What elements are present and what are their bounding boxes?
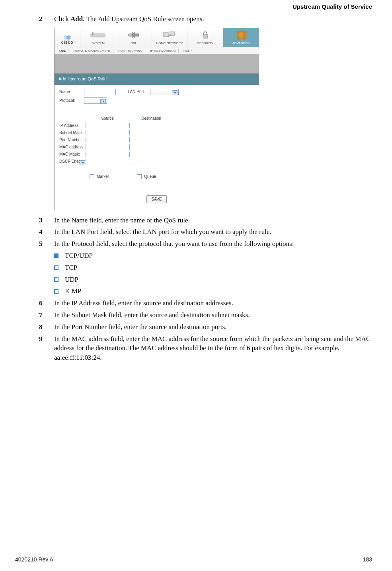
macmask-dest-input[interactable] — [129, 152, 130, 157]
cisco-bars-icon: ı|ıı|ıı — [56, 35, 78, 40]
step-text: In the Subnet Mask field, enter the sour… — [54, 310, 372, 320]
lock-icon — [188, 30, 222, 40]
row-protocol: Protocol: — [59, 97, 254, 104]
subnav-ip[interactable]: IP NETWORKING — [148, 49, 179, 53]
checkbox-row: Marker Queue — [59, 174, 254, 179]
step-text: In the Name field, enter the name of the… — [54, 216, 372, 225]
sub-nav: QoS REMOTE MANAGEMENT PORT MAPPING IP NE… — [55, 47, 259, 55]
row-dscp: DSCP Check : — [59, 159, 254, 164]
save-button-wrap: SAVE — [59, 195, 254, 203]
svg-rect-4 — [164, 33, 168, 37]
nav-advanced-label: ADVANCED — [232, 41, 250, 45]
dscp-select[interactable] — [86, 159, 86, 164]
subnav-qos[interactable]: QoS — [57, 49, 68, 53]
step-2-bold: Add — [70, 15, 83, 23]
nav-home-label: HOME NETWORK — [156, 41, 183, 45]
page-footer: 4020210 Rev A 183 — [15, 556, 372, 564]
bullet-tcp: TCP — [54, 263, 372, 273]
row-macmask: MAC Mask: — [59, 152, 254, 157]
row-mac: MAC address: — [59, 144, 254, 150]
doc-id: 4020210 Rev A — [15, 556, 53, 564]
modem-icon — [81, 30, 115, 40]
content-area: 2 Click Add. The Add Upstream QoS Rule s… — [39, 14, 372, 365]
step-num: 3 — [39, 216, 54, 225]
step-num: 2 — [39, 14, 54, 24]
row-ip: IP Address : — [59, 123, 254, 129]
step-9: 9 In the MAC address field, enter the MA… — [39, 334, 372, 362]
label-macmask: MAC Mask: — [59, 152, 86, 156]
label-name: Name: — [59, 89, 84, 95]
step-5: 5 In the Protocol field, select the prot… — [39, 239, 372, 249]
nav-home-network[interactable]: HOME NETWORK — [152, 28, 187, 47]
step-num: 4 — [39, 227, 54, 237]
marker-checkbox-group: Marker — [90, 174, 109, 179]
top-nav: ı|ıı|ıı cisco SYSTEM DSL — [55, 28, 259, 47]
gray-separator — [55, 55, 259, 74]
gear-icon — [224, 30, 258, 40]
page-number: 183 — [363, 556, 372, 564]
step-3: 3 In the Name field, enter the name of t… — [39, 216, 372, 225]
step-8: 8 In the Port Number field, enter the so… — [39, 322, 372, 332]
bullet-tcp-udp: TCP/UDP — [54, 251, 372, 261]
page-header: Upstream Quality of Service — [293, 2, 372, 11]
arrows-icon — [117, 30, 151, 40]
step-2: 2 Click Add. The Add Upstream QoS Rule s… — [39, 14, 372, 24]
port-source-input[interactable] — [86, 137, 86, 142]
step-num: 5 — [39, 239, 54, 249]
step-num: 8 — [39, 322, 54, 332]
row-subnet: Subnet Mask : — [59, 130, 254, 136]
label-marker: Marker — [97, 174, 109, 179]
protocol-list: TCP/UDP TCP UDP ICMP — [54, 251, 372, 296]
step-text: In the LAN Port field, select the LAN po… — [54, 227, 372, 237]
step-text: Click Add. The Add Upstream QoS Rule scr… — [54, 14, 372, 24]
bullet-icmp: ICMP — [54, 286, 372, 296]
proto-2: TCP — [65, 263, 77, 273]
queue-checkbox[interactable] — [137, 174, 142, 179]
nav-system-label: SYSTEM — [92, 41, 105, 45]
row-name-lanport: Name: LAN Port: — [59, 89, 254, 95]
cisco-brand-text: cisco — [56, 40, 78, 45]
nav-security-label: SECURITY — [197, 41, 213, 45]
grid-headers: Source Destination — [59, 116, 254, 121]
mac-source-input[interactable] — [86, 144, 86, 150]
nav-dsl-label: DSL — [131, 41, 137, 45]
nav-system[interactable]: SYSTEM — [80, 28, 116, 47]
step-text: In the Port Number field, enter the sour… — [54, 322, 372, 332]
subnet-dest-input[interactable] — [129, 130, 130, 135]
step-text: In the MAC address field, enter the MAC … — [54, 334, 372, 362]
protocol-select[interactable] — [84, 97, 107, 104]
proto-1: TCP/UDP — [65, 251, 93, 261]
label-ip: IP Address : — [59, 123, 86, 128]
nav-security[interactable]: SECURITY — [187, 28, 223, 47]
ip-source-input[interactable] — [86, 123, 86, 128]
header-source: Source — [86, 116, 129, 121]
svg-rect-1 — [92, 32, 93, 35]
port-dest-input[interactable] — [129, 137, 130, 142]
subnav-help[interactable]: HELP — [181, 49, 194, 53]
nav-advanced[interactable]: ADVANCED — [223, 28, 259, 47]
cisco-logo: ı|ıı|ıı cisco — [55, 33, 80, 47]
square-bullet-icon — [54, 253, 59, 258]
square-bullet-icon — [54, 289, 59, 294]
name-input[interactable] — [84, 89, 116, 95]
queue-checkbox-group: Queue — [137, 174, 156, 179]
ip-dest-input[interactable] — [129, 123, 130, 128]
computers-icon — [153, 30, 187, 40]
mac-dest-input[interactable] — [129, 144, 130, 150]
label-mac: MAC address: — [59, 145, 86, 149]
step-6: 6 In the IP Address field, enter the sou… — [39, 298, 372, 308]
save-button[interactable]: SAVE — [146, 195, 167, 203]
qos-rule-screenshot: ı|ıı|ıı cisco SYSTEM DSL — [54, 28, 259, 210]
marker-checkbox[interactable] — [90, 174, 94, 179]
screenshot-container: ı|ıı|ıı cisco SYSTEM DSL — [54, 28, 372, 210]
header-destination: Destination — [129, 116, 173, 121]
subnet-source-input[interactable] — [86, 130, 86, 135]
macmask-source-input[interactable] — [86, 152, 86, 157]
label-port: Port Number : — [59, 138, 86, 142]
row-port: Port Number : — [59, 137, 254, 143]
nav-dsl[interactable]: DSL — [116, 28, 152, 47]
subnav-remote[interactable]: REMOTE MANAGEMENT — [71, 49, 113, 53]
subnav-port[interactable]: PORT MAPPING — [116, 49, 145, 53]
lan-port-select[interactable] — [150, 89, 179, 95]
panel-title: Add Upstream QoS Rule — [55, 74, 259, 84]
